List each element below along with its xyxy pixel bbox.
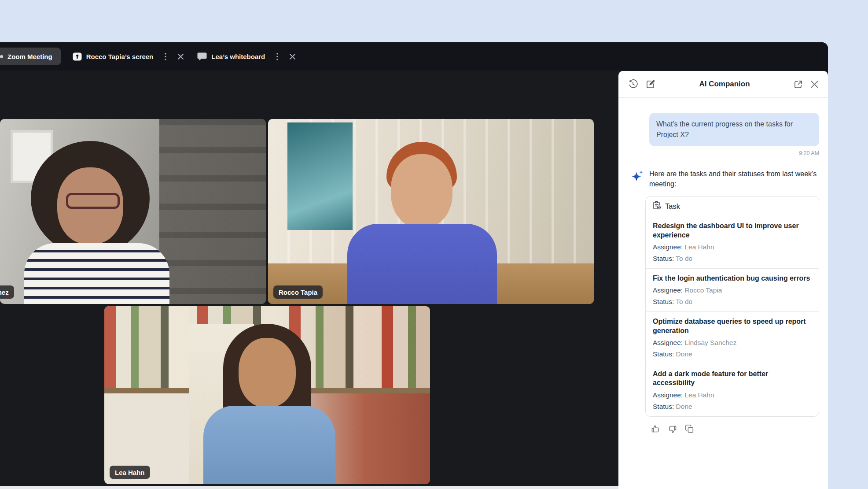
assignee-label: Assignee: — [653, 339, 683, 346]
tab-label: Zoom Meeting — [7, 53, 52, 60]
ai-response-text: Here are the tasks and their statuses fr… — [649, 169, 819, 189]
ai-response: Here are the tasks and their statuses fr… — [631, 169, 819, 189]
tab-rocco-screen[interactable]: Rocco Tapia’s screen — [73, 51, 186, 62]
screen-share-icon — [73, 52, 82, 61]
tab-close-icon[interactable] — [287, 51, 298, 62]
feedback-bar — [651, 424, 819, 447]
task-title: Fix the login authentication bug causing… — [653, 274, 812, 283]
assignee-value: Rocco Tapia — [684, 286, 722, 294]
tab-zoom-meeting[interactable]: Zoom Meeting — [0, 48, 61, 65]
ai-companion-sparkle-icon — [631, 169, 644, 189]
status-label: Status: — [653, 403, 674, 410]
status-value: Done — [676, 350, 692, 358]
status-value: Done — [676, 403, 692, 410]
chat-area: What’s the current progress on the tasks… — [618, 98, 828, 447]
video-tile-lea[interactable]: Lea Hahn — [104, 306, 430, 484]
participant-video — [0, 119, 266, 304]
tab-status-dot — [0, 55, 3, 58]
task-title: Add a dark mode feature for better acces… — [653, 370, 812, 388]
participant-video — [104, 306, 430, 484]
task-row: Optimize database queries to speed up re… — [646, 312, 819, 364]
assignee-value: Lea Hahn — [684, 391, 714, 399]
panel-title: AI Companion — [655, 80, 794, 89]
message-timestamp: 9:20 AM — [631, 150, 819, 156]
participant-name-tag: Lea Hahn — [110, 466, 150, 479]
task-row: Redesign the dashboard UI to improve use… — [646, 216, 819, 269]
participant-name-tag: Rocco Tapia — [273, 285, 323, 299]
thumbs-down-icon[interactable] — [668, 424, 677, 434]
pop-out-icon[interactable] — [794, 80, 803, 89]
status-value: To do — [676, 255, 692, 262]
whiteboard-icon — [197, 52, 207, 61]
tab-label: Lea’s whiteboard — [211, 53, 265, 60]
status-label: Status: — [653, 350, 674, 358]
tab-lea-whiteboard[interactable]: Lea’s whiteboard — [197, 51, 298, 62]
task-card-header: Task — [646, 196, 819, 216]
close-icon[interactable] — [811, 81, 818, 88]
task-row: Fix the login authentication bug causing… — [646, 269, 819, 312]
ai-companion-panel: AI Companion What’s the current progress… — [618, 71, 828, 489]
task-card: Task Redesign the dashboard UI to improv… — [645, 196, 819, 416]
tab-label: Rocco Tapia’s screen — [86, 53, 154, 60]
assignee-label: Assignee: — [653, 243, 683, 251]
tab-close-icon[interactable] — [175, 51, 186, 62]
assignee-label: Assignee: — [653, 286, 683, 294]
task-title: Redesign the dashboard UI to improve use… — [653, 222, 812, 240]
task-title: Optimize database queries to speed up re… — [653, 317, 812, 335]
new-chat-icon[interactable] — [646, 79, 655, 89]
task-clipboard-icon — [653, 201, 661, 211]
task-card-title: Task — [665, 202, 680, 211]
assignee-label: Assignee: — [653, 391, 683, 399]
status-value: To do — [676, 298, 692, 305]
assignee-value: Lindsay Sanchez — [684, 339, 736, 346]
status-label: Status: — [653, 255, 674, 262]
status-label: Status: — [653, 298, 674, 305]
task-row: Add a dark mode feature for better acces… — [646, 364, 819, 416]
copy-icon[interactable] — [685, 424, 695, 434]
video-tile-lindsay[interactable]: Lindsay Sanchez — [0, 119, 266, 304]
participant-video — [268, 119, 594, 304]
thumbs-up-icon[interactable] — [651, 424, 660, 434]
panel-header: AI Companion — [618, 71, 828, 98]
history-icon[interactable] — [628, 79, 638, 89]
tab-kebab-menu-icon[interactable] — [272, 51, 283, 62]
assignee-value: Lea Hahn — [684, 243, 714, 251]
tab-kebab-menu-icon[interactable] — [160, 51, 171, 62]
video-tile-rocco[interactable]: Rocco Tapia — [268, 119, 594, 304]
user-message-bubble: What’s the current progress on the tasks… — [649, 113, 819, 146]
participant-name-tag: Lindsay Sanchez — [0, 285, 14, 299]
window-bottom-edge — [0, 486, 618, 489]
tab-bar: Zoom Meeting Rocco Tapia’s screen Lea’s … — [0, 42, 828, 70]
